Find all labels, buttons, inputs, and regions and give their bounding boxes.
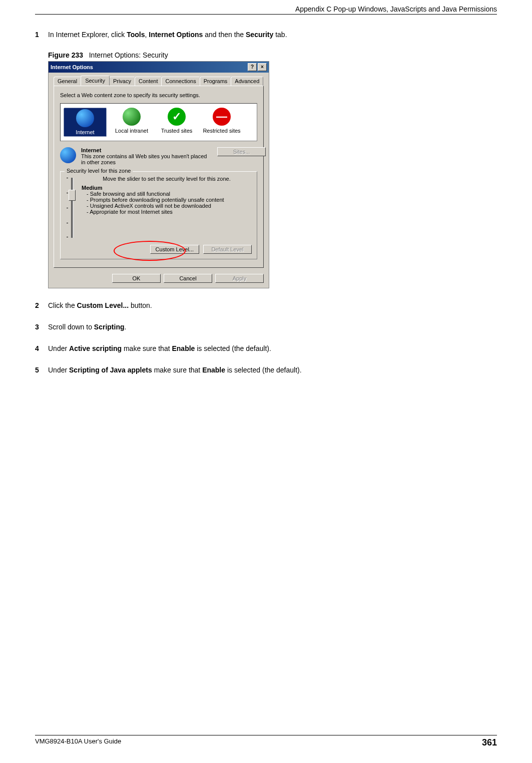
t: and then the bbox=[203, 31, 246, 39]
sites-button: Sites... bbox=[217, 147, 266, 156]
help-icon[interactable]: ? bbox=[248, 63, 257, 71]
tab-strip: General Security Privacy Content Connect… bbox=[54, 77, 264, 86]
t: Under bbox=[48, 366, 69, 374]
t: make sure that bbox=[122, 344, 172, 352]
page-header: Appendix C Pop-up Windows, JavaScripts a… bbox=[35, 5, 497, 13]
default-level-button: Default Level bbox=[203, 245, 252, 254]
level-bullet: - Appropriate for most Internet sites bbox=[87, 209, 252, 215]
globe-icon bbox=[76, 109, 94, 127]
tab-connections[interactable]: Connections bbox=[161, 77, 200, 86]
t: make sure that bbox=[152, 366, 202, 374]
tab-programs[interactable]: Programs bbox=[200, 77, 232, 86]
t: button. bbox=[129, 301, 152, 309]
tab-content[interactable]: Content bbox=[135, 77, 162, 86]
zone-detail-title: Internet bbox=[81, 147, 101, 153]
internet-options-dialog: Internet Options ? × General Security Pr… bbox=[48, 61, 269, 288]
step-2: 2 Click the Custom Level... button. bbox=[35, 300, 497, 311]
header-rule bbox=[35, 14, 497, 15]
zone-trusted-sites[interactable]: Trusted sites bbox=[157, 108, 197, 137]
figure-number: Figure 233 bbox=[48, 51, 83, 59]
step-5: 5 Under Scripting of Java applets make s… bbox=[35, 365, 497, 375]
b: Enable bbox=[172, 344, 195, 352]
zone-restricted-sites[interactable]: Restricted sites bbox=[202, 108, 242, 137]
b: Scripting bbox=[94, 323, 125, 331]
step-body: Under Active scripting make sure that En… bbox=[48, 343, 271, 354]
t: Scroll down to bbox=[48, 323, 94, 331]
globe-icon bbox=[60, 147, 76, 163]
zone-list: Internet Local intranet Trusted sites Re… bbox=[60, 103, 257, 141]
t: Click the bbox=[48, 301, 77, 309]
cancel-button[interactable]: Cancel bbox=[164, 274, 212, 283]
step-num: 5 bbox=[35, 365, 48, 375]
tab-privacy[interactable]: Privacy bbox=[109, 77, 135, 86]
footer-guide: VMG8924-B10A User's Guide bbox=[35, 737, 121, 748]
tab-advanced[interactable]: Advanced bbox=[231, 77, 263, 86]
zone-internet[interactable]: Internet bbox=[64, 108, 107, 137]
figure-caption: Figure 233 Internet Options: Security bbox=[48, 51, 497, 59]
b: Tools bbox=[127, 31, 145, 39]
zone-label: Internet bbox=[65, 129, 105, 135]
zone-description: Internet This zone contains all Web site… bbox=[60, 147, 257, 165]
figure-title: Internet Options: Security bbox=[89, 51, 168, 59]
titlebar: Internet Options ? × bbox=[49, 62, 269, 73]
check-icon bbox=[168, 108, 186, 126]
step-num: 1 bbox=[35, 30, 48, 40]
b: Active scripting bbox=[69, 344, 122, 352]
step-1: 1 In Internet Explorer, click Tools, Int… bbox=[35, 30, 497, 40]
step-body: Click the Custom Level... button. bbox=[48, 300, 152, 311]
step-4: 4 Under Active scripting make sure that … bbox=[35, 343, 497, 354]
page-footer: VMG8924-B10A User's Guide 361 bbox=[35, 735, 497, 748]
zone-label: Trusted sites bbox=[157, 128, 197, 134]
apply-button: Apply bbox=[215, 274, 264, 283]
slider-instruction: Move the slider to set the security leve… bbox=[82, 176, 252, 182]
slider-thumb-icon[interactable] bbox=[69, 190, 76, 201]
zone-instruction: Select a Web content zone to specify its… bbox=[60, 92, 257, 98]
b: Security bbox=[246, 31, 273, 39]
t: is selected (the default). bbox=[195, 344, 271, 352]
t: In Internet Explorer, click bbox=[48, 31, 127, 39]
zone-local-intranet[interactable]: Local intranet bbox=[112, 108, 152, 137]
t: Under bbox=[48, 344, 69, 352]
tab-general[interactable]: General bbox=[54, 77, 81, 86]
step-body: Under Scripting of Java applets make sur… bbox=[48, 365, 302, 375]
level-name: Medium bbox=[82, 185, 103, 191]
footer-rule bbox=[35, 735, 497, 735]
close-icon[interactable]: × bbox=[258, 63, 267, 71]
security-slider[interactable] bbox=[69, 178, 75, 238]
step-num: 2 bbox=[35, 300, 48, 311]
ok-button[interactable]: OK bbox=[112, 274, 161, 283]
step-3: 3 Scroll down to Scripting. bbox=[35, 322, 497, 332]
zone-label: Restricted sites bbox=[202, 128, 242, 134]
step-num: 4 bbox=[35, 343, 48, 354]
security-level-group: Move the slider to set the security leve… bbox=[60, 171, 257, 259]
b: Enable bbox=[202, 366, 225, 374]
level-bullet: - Unsigned ActiveX controls will not be … bbox=[87, 203, 252, 209]
zone-label: Local intranet bbox=[112, 128, 152, 134]
t: tab. bbox=[273, 31, 287, 39]
t: is selected (the default). bbox=[225, 366, 302, 374]
step-num: 3 bbox=[35, 322, 48, 332]
tab-security[interactable]: Security bbox=[81, 76, 110, 86]
b: Scripting of Java applets bbox=[69, 366, 152, 374]
t: . bbox=[125, 323, 127, 331]
custom-level-button[interactable]: Custom Level... bbox=[150, 245, 199, 254]
page-number: 361 bbox=[482, 737, 497, 748]
level-bullet: - Prompts before downloading potentially… bbox=[87, 197, 252, 203]
minus-icon bbox=[213, 108, 231, 126]
intranet-icon bbox=[123, 108, 141, 126]
step-body: In Internet Explorer, click Tools, Inter… bbox=[48, 30, 287, 40]
zone-detail-desc: This zone contains all Web sites you hav… bbox=[81, 153, 207, 165]
b: Custom Level... bbox=[77, 301, 129, 309]
b: Internet Options bbox=[149, 31, 203, 39]
dialog-title: Internet Options bbox=[51, 64, 93, 70]
step-body: Scroll down to Scripting. bbox=[48, 322, 126, 332]
level-bullet: - Safe browsing and still functional bbox=[87, 191, 252, 197]
